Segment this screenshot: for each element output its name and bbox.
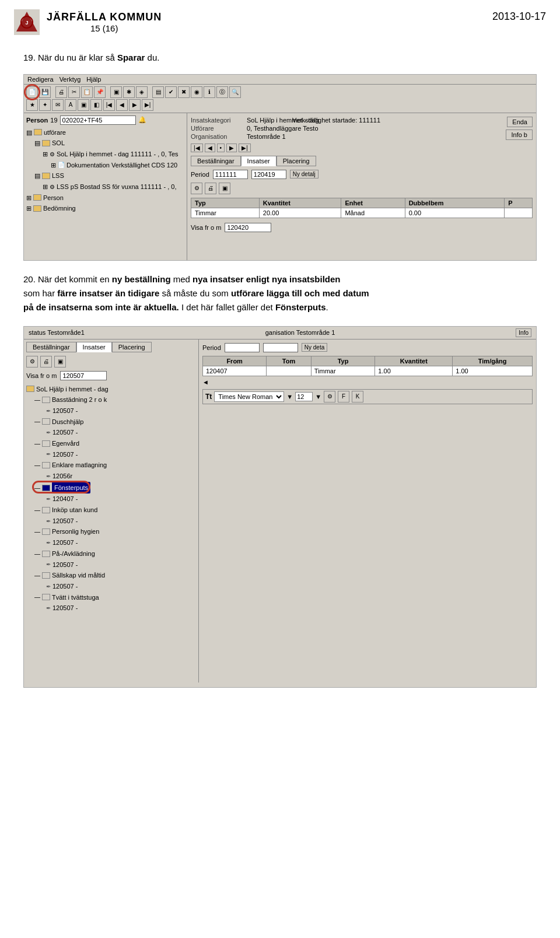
ss2-action-btn-1[interactable]: ⚙ xyxy=(26,356,38,368)
ss2-cell-timgang: 1.00 xyxy=(453,366,533,376)
tree-sol-hjalp: ⊞ ⚙ SoL Hjälp i hemmet - dag 111111 - , … xyxy=(43,149,184,160)
ss2-period-from-input[interactable] xyxy=(225,343,260,352)
folder-icon-dusch xyxy=(42,418,50,425)
ny-detalj-btn[interactable]: Ny detalj xyxy=(290,170,318,178)
step19-text: 19. När du nu är klar så Sparar du. xyxy=(23,51,537,65)
step20-text: 20. När det kommit en ny beställning med… xyxy=(23,272,537,314)
info-button[interactable]: Info b xyxy=(506,130,533,140)
tree-doc-inkop: ✒ 120507 - xyxy=(34,516,196,527)
tree-sol-hjalp-dag: SoL Hjälp i hemmet - dag xyxy=(26,384,196,395)
tree-bedomning: ⊞ Bedömning xyxy=(26,203,184,214)
page-body: 19. När du nu är klar så Sparar du. Redi… xyxy=(0,40,560,711)
ss2-tab-placering[interactable]: Placering xyxy=(112,342,152,352)
ss2-tab-insatser[interactable]: Insatser xyxy=(76,342,112,352)
tab-bar-1: Beställningar Insatser Placering xyxy=(191,156,533,166)
visa-from-input[interactable] xyxy=(225,223,271,232)
tb-btn-10[interactable]: ✖ xyxy=(178,86,190,98)
tb2-btn-2[interactable]: ✉ xyxy=(52,99,64,111)
tb-btn-13[interactable]: ⓪ xyxy=(216,86,228,98)
font-name-select[interactable]: Times New Roman xyxy=(214,391,284,402)
tb-btn-5[interactable]: ▣ xyxy=(110,86,122,98)
font-size-input[interactable] xyxy=(295,392,313,401)
ss2-table: From Tom Typ Kvantitet Tim/gång 120407 T… xyxy=(202,356,533,376)
tree-hygien-group: — Personlig hygien ✒ 120507 - xyxy=(26,526,196,548)
action-btn-1[interactable]: ⚙ xyxy=(191,183,202,194)
font-italic-btn[interactable]: K xyxy=(352,391,363,402)
print-button[interactable]: 🖨 xyxy=(55,86,67,98)
action-btn-3[interactable]: ▣ xyxy=(219,183,230,194)
fonsterputs-label: Fönsterputs xyxy=(52,482,90,494)
tb2-btn-3[interactable]: A xyxy=(65,99,76,111)
cell-dubbelbem: 0.00 xyxy=(405,208,505,218)
nav-last[interactable]: ▶| xyxy=(142,99,153,111)
tree-view-1: ▤ utförare ▤ SOL ⊞ ⚙ xyxy=(26,127,184,215)
period-to-input[interactable] xyxy=(251,170,286,179)
ss2-action-btn-2[interactable]: 🖨 xyxy=(40,356,52,368)
tree-doc-hygien: ✒ 120507 - xyxy=(34,537,196,548)
tb2-btn-4[interactable]: ▣ xyxy=(78,99,89,111)
end-button[interactable]: Enda xyxy=(507,117,533,127)
nav-first-btn[interactable]: |◀ xyxy=(191,144,203,152)
tree-inkop-group: — Inköp utan kund ✒ 120507 - xyxy=(26,505,196,526)
tab-insatser[interactable]: Insatser xyxy=(241,156,276,166)
person-input[interactable]: 020202+TF45 xyxy=(60,116,136,125)
ss2-org: ganisation Testområde 1 xyxy=(265,329,335,336)
action-btn-2[interactable]: 🖨 xyxy=(205,183,216,194)
copy-button[interactable]: 📋 xyxy=(81,86,93,98)
tree-basstadning: — Basstädning 2 r o k xyxy=(34,394,196,405)
tb2-btn-1[interactable]: ✦ xyxy=(39,99,51,111)
ss2-info-btn[interactable]: Info xyxy=(516,328,531,337)
insatskategori-label: Insatskategori xyxy=(191,117,243,124)
tb-btn-9[interactable]: ✔ xyxy=(165,86,177,98)
nav-prev-btn[interactable]: ◀ xyxy=(205,144,215,152)
tb-btn-8[interactable]: ▤ xyxy=(152,86,164,98)
ss2-action-btn-3[interactable]: ▣ xyxy=(54,356,66,368)
new-button[interactable]: 📄 xyxy=(26,86,38,98)
tab-placering[interactable]: Placering xyxy=(276,156,316,166)
star-button[interactable]: ★ xyxy=(26,99,38,111)
page-header: J Järfälla Kommun 15 (16) 2013-10-17 xyxy=(0,0,560,40)
font-style-btn[interactable]: ⚙ xyxy=(324,391,335,402)
tree-basstadning-group: — Basstädning 2 r o k ✒ 120507 - xyxy=(26,394,196,416)
tree-tvatt: — Tvätt i tvättstuga xyxy=(34,592,196,603)
nav-first[interactable]: |◀ xyxy=(103,99,115,111)
tab-bestallningar[interactable]: Beställningar xyxy=(191,156,241,166)
nav-prev[interactable]: ◀ xyxy=(116,99,128,111)
menu-redigera[interactable]: Redigera xyxy=(27,76,54,83)
header-date: 2013-10-17 xyxy=(492,9,546,23)
tb-btn-12[interactable]: ℹ xyxy=(204,86,215,98)
font-bold-btn[interactable]: F xyxy=(338,391,349,402)
cut-button[interactable]: ✂ xyxy=(68,86,80,98)
nav-dot-btn[interactable]: • xyxy=(217,144,225,152)
period-from-input[interactable] xyxy=(213,170,248,179)
tree-fonsterputs[interactable]: — Fönsterputs xyxy=(34,482,90,494)
verkstallighet-row: Verkställighet startade: 111111 xyxy=(292,117,380,124)
save-button[interactable]: 💾 xyxy=(39,86,51,98)
ss2-tab-bestallningar[interactable]: Beställningar xyxy=(26,342,76,352)
tb2-btn-5[interactable]: ◧ xyxy=(90,99,102,111)
menu-verktyg[interactable]: Verktyg xyxy=(60,76,81,83)
menu-hjalp[interactable]: Hjälp xyxy=(86,76,101,83)
tree-doc-egenvard: ✒ 120507 - xyxy=(34,449,196,460)
menu-bar: Redigera Verktyg Hjälp xyxy=(24,75,536,85)
ss2-visa-input[interactable] xyxy=(60,371,107,380)
ss2-cell-tom xyxy=(267,366,311,376)
folder-icon-basstadning xyxy=(42,397,50,403)
tb-btn-6[interactable]: ✱ xyxy=(123,86,135,98)
tb-btn-14[interactable]: 🔍 xyxy=(229,86,241,98)
tb-btn-7[interactable]: ◈ xyxy=(136,86,148,98)
ss1-main-content: Person 19 020202+TF45 🔔 ▤ utförare ▤ xyxy=(24,113,536,261)
cell-kvantitet: 20.00 xyxy=(259,208,341,218)
nav-next-btn[interactable]: ▶ xyxy=(226,144,237,152)
ss2-action-buttons: ⚙ 🖨 ▣ xyxy=(26,356,196,368)
org-name: Järfälla Kommun xyxy=(47,11,162,23)
tree-inkop: — Inköp utan kund xyxy=(34,505,196,516)
nav-last-btn[interactable]: ▶| xyxy=(239,144,251,152)
paste-button[interactable]: 📌 xyxy=(94,86,106,98)
ss1-table: Typ Kvantitet Enhet Dubbelbem P Timmar 2… xyxy=(191,198,533,218)
nav-next[interactable]: ▶ xyxy=(129,99,141,111)
ss2-ny-detalj-btn[interactable]: Ny deta xyxy=(302,343,327,352)
ss2-period-to-input[interactable] xyxy=(263,343,298,352)
period-row-1: Period Ny detalj xyxy=(191,170,533,179)
tb-btn-11[interactable]: ◉ xyxy=(191,86,202,98)
